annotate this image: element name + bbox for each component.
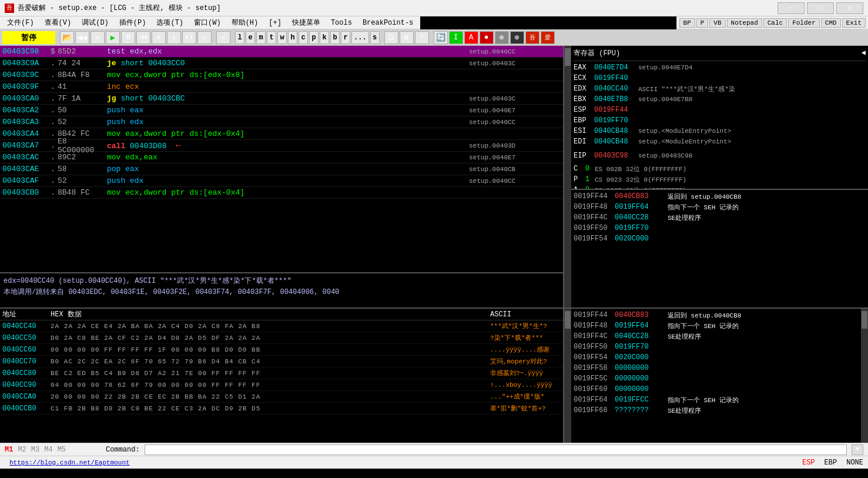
disasm-asm: push eax (105, 106, 469, 115)
close-btn[interactable]: ✕ (91, 31, 105, 44)
minimize-button[interactable]: — (777, 2, 805, 14)
marker-m5[interactable]: M5 (58, 446, 66, 454)
indicator2-btn[interactable]: A (464, 31, 478, 44)
step-multi-btn[interactable]: ⬇⬇ (182, 31, 196, 44)
disasm-row[interactable]: 00403C98$85D2test edx,edxsetup.0040CC (0, 46, 563, 58)
stack-detail-val: 00000000 (615, 364, 668, 372)
menu-item-F[interactable]: 文件(F) (2, 16, 39, 29)
disasm-hex: 85D2 (58, 47, 105, 56)
next-arrow-btn[interactable]: ➡ (216, 31, 230, 44)
toolbar-letter-e[interactable]: e (246, 31, 255, 44)
back-btn[interactable]: ◀◀ (75, 31, 89, 44)
marker-m4[interactable]: M4 (44, 446, 52, 454)
bp-btn-notepad[interactable]: Notepad (727, 18, 762, 28)
pause-btn[interactable]: ⏸ (121, 31, 135, 44)
disasm-row[interactable]: 00403C9F.41inc ecx (0, 81, 563, 93)
flag-detail: ES 002B 32位 0(FFFFFFFF) (595, 165, 866, 173)
reg-comment: setup.<ModuleEntryPoint> (638, 128, 866, 135)
step-over-btn[interactable]: ⬇ (167, 31, 181, 44)
indicator5-btn[interactable]: ⊗ (510, 31, 524, 44)
disasm-row[interactable]: 00403C9C.8B4A F8mov ecx,dword ptr ds:[ed… (0, 69, 563, 81)
disasm-table: 00403C98$85D2test edx,edxsetup.0040CC004… (0, 46, 563, 272)
marker-m3[interactable]: M3 (31, 446, 39, 454)
refresh-btn[interactable]: 🔄 (434, 31, 448, 44)
stack-val: 0019FF70 (615, 224, 668, 232)
bp-btn-calc[interactable]: Calc (763, 18, 787, 28)
command-input[interactable] (145, 444, 847, 455)
toolbar-letter-m[interactable]: m (256, 31, 266, 44)
hex-data-header: HEX 数据 (51, 309, 490, 319)
toolbar-letter-c[interactable]: c (299, 31, 308, 44)
wuai2-btn[interactable]: 爱 (541, 31, 555, 44)
stack-detail-row: 0019FF4C0040CC28SE处理程序 (574, 331, 859, 342)
menu-item-T[interactable]: 选项(T) (152, 16, 188, 29)
hex-scrollbar[interactable] (564, 309, 571, 443)
step-out-btn[interactable]: ↩ (197, 31, 212, 44)
bp-btn-cmd[interactable]: CMD (821, 18, 841, 28)
bp-btn-vb[interactable]: VB (709, 18, 725, 28)
help-btn[interactable]: ? (415, 31, 429, 44)
disasm-row[interactable]: 00403CAE.58pop eaxsetup.0040CB (0, 163, 563, 175)
disasm-row[interactable]: 00403CA3.52push edxsetup.0040CC (0, 116, 563, 128)
disasm-row[interactable]: 00403CA0.7F 1Ajg short 00403CBCsetup.004… (0, 93, 563, 105)
wuai1-btn[interactable]: 吾 (525, 31, 539, 44)
toolbar-letter-h[interactable]: h (288, 31, 297, 44)
toolbar-letter-dot..[interactable]: ... (351, 31, 369, 44)
step-in-btn[interactable]: ⬇ (152, 31, 166, 44)
menu-item-D[interactable]: 调试(D) (77, 16, 113, 29)
menu-item-Tools[interactable]: Tools (326, 18, 357, 28)
disasm-addr: 00403C98 (0, 47, 48, 56)
disasm-asm: mov eax,dword ptr ds:[edx-0x4] (105, 129, 469, 138)
menu-item-[interactable]: 快捷菜单 (287, 16, 325, 29)
maximize-button[interactable]: □ (807, 2, 834, 14)
hex-row-data: 2A 2A 2A CE E4 2A BA BA 2A C4 D0 2A C9 F… (51, 323, 490, 330)
run-btn[interactable]: ▶ (106, 31, 120, 44)
disasm-row[interactable]: 00403CA2.50push eaxsetup.0040E7 (0, 105, 563, 116)
disasm-row[interactable]: 00403CAC.89C2mov edx,eaxsetup.0040E7 (0, 152, 563, 163)
status-url[interactable]: https://blog.csdn.net/Eaptmount (9, 459, 130, 466)
restart-btn[interactable]: ⏮ (136, 31, 150, 44)
reg-name: EBP (574, 116, 594, 125)
disasm-hex: E8 5C000000 (58, 137, 105, 155)
reg-row: ESI0040CB48setup.<ModuleEntryPoint> (574, 126, 866, 136)
close-button[interactable]: ✕ (836, 2, 863, 14)
menu-item-BreakPoints[interactable]: BreakPoint-s (358, 18, 418, 28)
indicator3-btn[interactable]: ● (480, 31, 494, 44)
marker-m1[interactable]: M1 (5, 446, 13, 454)
reg-value: 00403C98 (594, 152, 638, 160)
indicator4-btn[interactable]: ⊕ (495, 31, 509, 44)
disasm-row[interactable]: 00403CAF.52push edxsetup.0040CC (0, 175, 563, 187)
disasm-addr: 00403C9F (0, 82, 48, 91)
registers-collapse[interactable]: ◀ (862, 48, 866, 58)
toolbar-letter-p[interactable]: p (309, 31, 319, 44)
disasm-row[interactable]: 00403CA7.E8 5C000000call 00403D08 ←setup… (0, 140, 563, 152)
toolbar-letter-w[interactable]: w (277, 31, 287, 44)
grid-btn[interactable]: ⊞ (400, 31, 414, 44)
stack-scrollbar[interactable] (861, 309, 868, 443)
open-btn[interactable]: 📂 (60, 31, 74, 44)
list-btn[interactable]: ☰ (384, 31, 398, 44)
menu-item-W[interactable]: 窗口(W) (189, 16, 226, 29)
toolbar-letter-k[interactable]: k (320, 31, 329, 44)
indicator1-btn[interactable]: I (449, 31, 463, 44)
toolbar-letter-l[interactable]: l (235, 31, 244, 44)
toolbar-letter-s[interactable]: s (370, 31, 380, 44)
toolbar-letter-r[interactable]: r (341, 31, 350, 44)
bp-btn-bp[interactable]: BP (679, 18, 695, 28)
toolbar-letter-t[interactable]: t (267, 31, 276, 44)
disasm-row[interactable]: 00403CB0.8B48 FCmov ecx,dword ptr ds:[ea… (0, 187, 563, 199)
bp-btn-p[interactable]: P (696, 18, 709, 28)
bp-btn-folder[interactable]: Folder (788, 18, 820, 28)
disasm-scrollbar[interactable] (564, 46, 571, 307)
menu-item-V[interactable]: 查看(V) (40, 16, 76, 29)
menu-item-H[interactable]: 帮助(H) (227, 16, 263, 29)
menu-item-P[interactable]: 插件(P) (115, 16, 151, 29)
command-dropdown[interactable]: ▼ (852, 444, 863, 455)
menu-item-[interactable]: [+] (264, 18, 286, 28)
disasm-hex: 89C2 (58, 153, 105, 162)
marker-m2[interactable]: M2 (18, 446, 26, 454)
disasm-row[interactable]: 00403C9A.74 24je short 00403CC0setup.004… (0, 58, 563, 69)
toolbar-letter-b[interactable]: b (330, 31, 340, 44)
bp-btn-exit[interactable]: Exit (842, 18, 866, 28)
reg-name: ECX (574, 74, 594, 82)
